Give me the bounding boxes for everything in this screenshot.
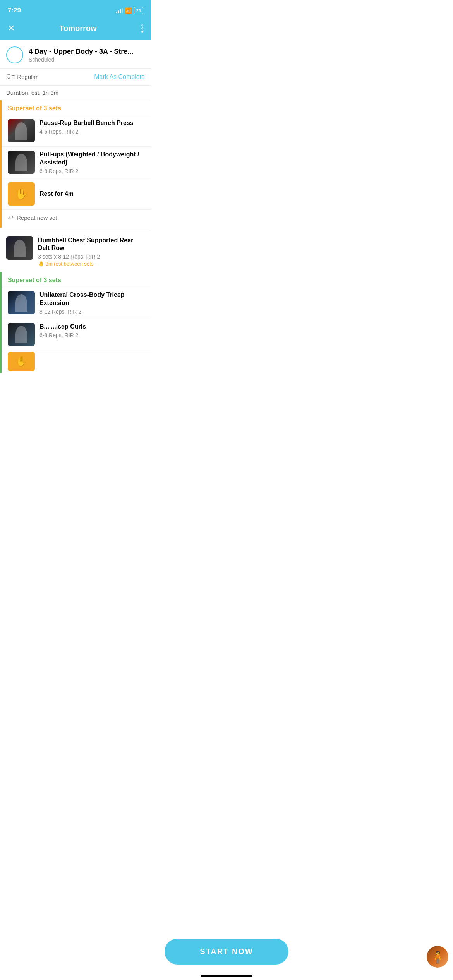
- exercise-thumb-bench-press: [8, 119, 35, 142]
- superset-header-1: Superset of 3 sets: [2, 100, 151, 115]
- superset-block-2: Superset of 3 sets Unilateral Cross-Body…: [0, 272, 151, 373]
- exercise-info-tricep: Unilateral Cross-Body Tricep Extension 8…: [39, 291, 145, 315]
- dot-icon: [141, 27, 143, 29]
- exercise-rest: 🤚 3m rest between sets: [38, 261, 145, 267]
- standalone-exercise-item[interactable]: Dumbbell Chest Supported Rear Delt Row 3…: [0, 231, 151, 272]
- exercise-thumb-tricep: [8, 291, 35, 314]
- exercise-item-tricep[interactable]: Unilateral Cross-Body Tricep Extension 8…: [2, 287, 151, 319]
- rest-thumb: ✋: [8, 182, 35, 206]
- exercise-thumb-pullups: [8, 151, 35, 174]
- exercise-info-bench-press: Pause-Rep Barbell Bench Press 4-6 Reps, …: [39, 119, 145, 135]
- rest-hand-icon: ✋: [15, 187, 28, 200]
- workout-title: 4 Day - Upper Body - 3A - Stre...: [29, 48, 133, 56]
- dot-icon: [141, 24, 143, 26]
- sort-icon: ↧≡: [6, 73, 15, 81]
- rest-info: Rest for 4m: [39, 190, 74, 197]
- status-icons: 📶 71: [116, 7, 143, 14]
- exercise-reps: 8-12 Reps, RIR 2: [39, 308, 145, 315]
- workout-status-circle[interactable]: [6, 46, 23, 63]
- exercise-info-bicep: B... ...icep Curls 6-8 Reps, RIR 2: [39, 323, 145, 338]
- regular-text: Regular: [17, 74, 38, 80]
- repeat-text: Repeat new set: [17, 214, 57, 221]
- exercise-item-bicep[interactable]: B... ...icep Curls 6-8 Reps, RIR 2: [2, 319, 151, 350]
- mark-complete-button[interactable]: Mark As Complete: [94, 74, 145, 81]
- superset-header-2: Superset of 3 sets: [2, 272, 151, 287]
- dot-icon: [141, 31, 143, 33]
- header: ✕ Tomorrow: [0, 19, 151, 40]
- exercise-reps: 3 sets x 8-12 Reps, RIR 2: [38, 254, 145, 260]
- exercise-name: Pause-Rep Barbell Bench Press: [39, 119, 145, 127]
- exercise-info-delt-row: Dumbbell Chest Supported Rear Delt Row 3…: [38, 236, 145, 267]
- exercise-item-pullups[interactable]: Pull-ups (Weighted / Bodyweight / Assist…: [2, 146, 151, 178]
- workout-status: Scheduled: [29, 57, 133, 63]
- exercise-name: Unilateral Cross-Body Tricep Extension: [39, 291, 145, 307]
- rest-hand-icon-2: ✋: [15, 356, 27, 367]
- exercise-item-bench-press[interactable]: Pause-Rep Barbell Bench Press 4-6 Reps, …: [2, 115, 151, 146]
- duration-text: Duration: est. 1h 3m: [6, 89, 58, 96]
- exercise-thumb-bicep: [8, 323, 35, 346]
- exercise-info-pullups: Pull-ups (Weighted / Bodyweight / Assist…: [39, 151, 145, 174]
- exercise-name: Pull-ups (Weighted / Bodyweight / Assist…: [39, 151, 145, 167]
- standalone-exercise: Dumbbell Chest Supported Rear Delt Row 3…: [6, 236, 145, 267]
- superset-block-1: Superset of 3 sets Pause-Rep Barbell Ben…: [0, 100, 151, 228]
- rest-item: ✋ Rest for 4m: [2, 178, 151, 209]
- regular-label: ↧≡ Regular: [6, 73, 38, 81]
- exercise-thumb-delt-row: [6, 236, 33, 260]
- workout-header: 4 Day - Upper Body - 3A - Stre... Schedu…: [0, 40, 151, 69]
- status-time: 7:29: [8, 7, 21, 14]
- exercise-name: B... ...icep Curls: [39, 323, 145, 331]
- exercise-reps: 6-8 Reps, RIR 2: [39, 168, 145, 174]
- exercise-reps: 4-6 Reps, RIR 2: [39, 128, 145, 135]
- controls-row: ↧≡ Regular Mark As Complete: [0, 69, 151, 86]
- signal-icon: [116, 8, 123, 13]
- exercise-reps: 6-8 Reps, RIR 2: [39, 332, 145, 338]
- status-bar: 7:29 📶 71: [0, 0, 151, 19]
- rest-thumb-2: ✋: [8, 352, 35, 371]
- duration-row: Duration: est. 1h 3m: [0, 86, 151, 100]
- close-button[interactable]: ✕: [8, 23, 15, 33]
- battery-icon: 71: [134, 7, 143, 14]
- repeat-icon: ↩: [8, 214, 14, 222]
- wifi-icon: 📶: [125, 7, 132, 14]
- more-options-button[interactable]: [141, 24, 143, 33]
- content: 4 Day - Upper Body - 3A - Stre... Schedu…: [0, 40, 151, 373]
- repeat-row: ↩ Repeat new set: [2, 209, 151, 228]
- header-title: Tomorrow: [59, 24, 96, 33]
- workout-info: 4 Day - Upper Body - 3A - Stre... Schedu…: [29, 48, 133, 63]
- exercise-name: Dumbbell Chest Supported Rear Delt Row: [38, 236, 145, 253]
